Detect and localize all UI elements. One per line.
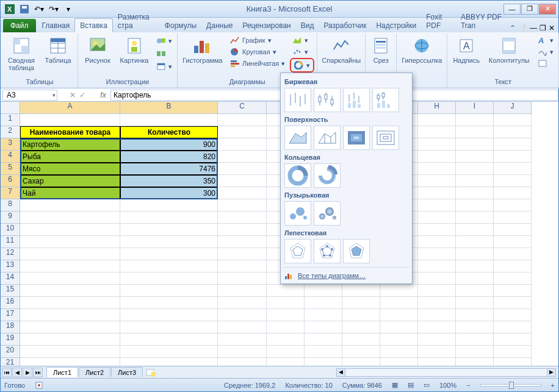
cell[interactable]	[218, 212, 267, 224]
cell[interactable]	[267, 285, 305, 297]
name-box[interactable]: A3	[2, 90, 57, 101]
cell[interactable]	[120, 273, 218, 285]
cell[interactable]	[456, 321, 494, 333]
cell[interactable]	[218, 236, 267, 248]
cell[interactable]	[20, 248, 120, 260]
textbox-button[interactable]: A Надпись	[450, 35, 483, 65]
cell[interactable]	[494, 126, 532, 138]
radar-item[interactable]	[284, 239, 311, 263]
tab-view[interactable]: Вид	[296, 19, 319, 32]
cell[interactable]	[120, 224, 218, 236]
cell[interactable]	[120, 358, 218, 366]
tab-formulas[interactable]: Формулы	[160, 19, 201, 32]
tab-layout[interactable]: Разметка стра	[113, 10, 160, 32]
undo-icon[interactable]: ↶▾	[32, 3, 46, 15]
sheet-nav-last[interactable]: ⏭	[33, 368, 43, 377]
tab-developer[interactable]: Разработчик	[319, 19, 371, 32]
excel-icon[interactable]: X	[3, 3, 16, 15]
row-header[interactable]: 8	[1, 199, 20, 212]
row-header[interactable]: 13	[1, 260, 20, 273]
cell[interactable]	[456, 297, 494, 309]
cell[interactable]	[494, 273, 532, 285]
view-normal-icon[interactable]: ▦	[392, 381, 398, 389]
cell[interactable]	[456, 163, 494, 175]
cell[interactable]	[267, 321, 305, 333]
row-header[interactable]: 3	[1, 138, 20, 151]
cell[interactable]	[418, 248, 456, 260]
maximize-button[interactable]: ❐	[521, 4, 538, 15]
header-footer-button[interactable]: Колонтитулы	[485, 35, 533, 65]
cell[interactable]	[418, 175, 456, 187]
new-sheet-button[interactable]	[145, 368, 156, 377]
cell[interactable]	[456, 187, 494, 199]
pivot-table-button[interactable]: Сводная таблица	[4, 35, 38, 73]
signature-button[interactable]: ▾	[535, 46, 556, 57]
row-header[interactable]: 17	[1, 309, 20, 321]
cell[interactable]	[218, 248, 267, 260]
cell[interactable]: 300	[120, 187, 218, 199]
cell[interactable]	[418, 321, 456, 333]
cell[interactable]	[418, 285, 456, 297]
sparklines-button[interactable]: Спарклайны	[320, 35, 362, 65]
cell[interactable]	[120, 285, 218, 297]
cell[interactable]	[120, 260, 218, 273]
cell[interactable]	[494, 187, 532, 199]
row-header[interactable]: 9	[1, 212, 20, 224]
cell[interactable]	[494, 224, 532, 236]
row-header[interactable]: 21	[1, 358, 20, 366]
sheet-tab[interactable]: Лист2	[79, 367, 110, 377]
column-header[interactable]: J	[494, 102, 532, 114]
tab-review[interactable]: Рецензирован	[237, 19, 295, 32]
cell[interactable]	[456, 199, 494, 212]
row-header[interactable]: 16	[1, 297, 20, 309]
doc-min-icon[interactable]: —	[530, 24, 537, 32]
cell[interactable]	[494, 248, 532, 260]
cell[interactable]	[456, 114, 494, 126]
histogram-button[interactable]: Гистограмма	[180, 35, 225, 65]
cell[interactable]	[342, 358, 380, 366]
cell[interactable]	[456, 151, 494, 163]
slicer-button[interactable]: Срез	[368, 35, 394, 65]
cell[interactable]: Картофель	[20, 138, 120, 151]
tab-abbyy[interactable]: ABBYY PDF Tran	[456, 10, 510, 32]
cell[interactable]	[456, 126, 494, 138]
column-header[interactable]: C	[218, 102, 267, 114]
cell[interactable]	[218, 114, 267, 126]
cell[interactable]	[120, 236, 218, 248]
row-header[interactable]: 12	[1, 248, 20, 260]
cell[interactable]	[380, 346, 418, 358]
sheet-tab[interactable]: Лист3	[111, 367, 143, 377]
cell[interactable]	[456, 285, 494, 297]
cell[interactable]	[20, 285, 120, 297]
stock-vhlc-item[interactable]	[343, 88, 370, 112]
cell[interactable]	[218, 199, 267, 212]
surface-contour-item[interactable]	[343, 126, 370, 150]
tab-data[interactable]: Данные	[201, 19, 237, 32]
cell[interactable]	[20, 309, 120, 321]
cell[interactable]	[456, 175, 494, 187]
cell[interactable]	[218, 321, 267, 333]
cell[interactable]	[305, 333, 342, 346]
cell[interactable]	[267, 346, 305, 358]
stock-hlc-item[interactable]	[284, 88, 311, 112]
cell[interactable]	[418, 309, 456, 321]
cell[interactable]	[20, 297, 120, 309]
row-header[interactable]: 5	[1, 163, 20, 175]
cell[interactable]	[494, 285, 532, 297]
cell[interactable]	[120, 212, 218, 224]
cell[interactable]	[120, 333, 218, 346]
cell[interactable]	[305, 321, 342, 333]
cell[interactable]	[418, 297, 456, 309]
tab-addins[interactable]: Надстройки	[371, 19, 421, 32]
line-chart-button[interactable]: График ▾	[228, 35, 287, 46]
cell[interactable]	[456, 236, 494, 248]
cell[interactable]	[342, 309, 380, 321]
row-header[interactable]: 20	[1, 346, 20, 358]
zoom-slider[interactable]	[480, 384, 541, 387]
cell[interactable]	[305, 309, 342, 321]
cell[interactable]	[456, 260, 494, 273]
cell[interactable]	[418, 260, 456, 273]
row-header[interactable]: 14	[1, 273, 20, 285]
cell[interactable]	[218, 224, 267, 236]
qat-more-icon[interactable]: ▾	[62, 3, 75, 15]
